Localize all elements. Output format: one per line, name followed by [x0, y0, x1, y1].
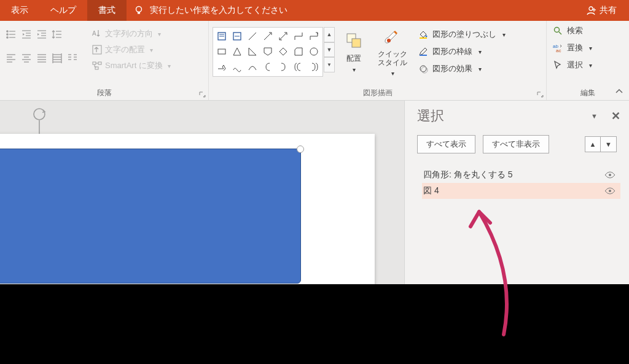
svg-rect-65: [420, 37, 427, 39]
tell-me-placeholder: 実行したい作業を入力してください: [150, 5, 287, 16]
arrange-button[interactable]: 配置▾: [338, 27, 369, 77]
arrange-icon: [343, 30, 364, 51]
replace-button[interactable]: abac 置換▾: [550, 42, 594, 54]
svg-point-10: [7, 37, 8, 38]
tab-format[interactable]: 書式: [87, 0, 127, 21]
svg-point-64: [426, 36, 428, 37]
svg-line-70: [559, 32, 561, 34]
collapse-ribbon-icon[interactable]: [614, 87, 624, 96]
svg-rect-47: [93, 45, 101, 54]
selection-pane-title: 選択: [417, 107, 444, 125]
svg-point-67: [420, 66, 426, 72]
gallery-up-button[interactable]: ▲: [324, 27, 335, 42]
workspace: 選択 ▼ ✕ すべて表示 すべて非表示 ▲ ▼ 四角形: 角を丸くする 5 図 …: [0, 101, 629, 284]
svg-rect-1: [138, 12, 140, 14]
hide-all-button[interactable]: すべて非表示: [483, 135, 549, 153]
move-down-button[interactable]: ▼: [601, 136, 617, 152]
selection-pane: 選択 ▼ ✕ すべて表示 すべて非表示 ▲ ▼ 四角形: 角を丸くする 5 図 …: [404, 101, 629, 284]
smartart-icon: [92, 60, 103, 71]
title-bar: 表示 ヘルプ 書式 実行したい作業を入力してください 共有: [0, 0, 629, 21]
shape-fill-button[interactable]: 図形の塗りつぶし▾: [416, 28, 507, 41]
svg-point-60: [310, 48, 318, 55]
svg-point-69: [555, 28, 560, 33]
svg-line-56: [249, 33, 256, 40]
selection-item[interactable]: 四角形: 角を丸くする 5: [422, 167, 620, 183]
svg-point-0: [136, 7, 142, 12]
lightbulb-icon: [134, 6, 144, 15]
replace-icon: abac: [553, 43, 563, 53]
svg-rect-49: [98, 62, 101, 64]
svg-rect-59: [218, 49, 225, 54]
svg-point-76: [609, 190, 611, 192]
selection-item-label: 四角形: 角を丸くする 5: [423, 169, 512, 180]
selected-rounded-rectangle[interactable]: [0, 149, 301, 284]
pane-close-button[interactable]: ✕: [611, 109, 620, 123]
line-spacing-button[interactable]: [50, 27, 64, 42]
svg-point-8: [7, 31, 8, 32]
share-button[interactable]: 共有: [586, 5, 617, 16]
tell-me-search[interactable]: 実行したい作業を入力してください: [134, 5, 287, 16]
svg-point-9: [7, 34, 8, 35]
search-icon: [553, 26, 563, 36]
shape-outline-button[interactable]: 図形の枠線▾: [416, 45, 507, 58]
quick-styles-button[interactable]: クイック スタイル▾: [373, 27, 412, 77]
person-icon: [586, 6, 596, 15]
svg-rect-66: [420, 55, 427, 56]
resize-handle[interactable]: [297, 145, 304, 153]
distributed-button[interactable]: [50, 50, 64, 65]
share-label: 共有: [600, 5, 617, 16]
svg-text:ac: ac: [556, 48, 561, 53]
shape-effects-button[interactable]: 図形の効果▾: [416, 63, 507, 75]
text-direction-icon: A: [92, 28, 103, 39]
brush-icon: [382, 27, 403, 48]
tab-help[interactable]: ヘルプ: [39, 0, 87, 21]
svg-point-68: [421, 67, 428, 73]
svg-rect-62: [352, 39, 361, 47]
gallery-down-button[interactable]: ▼: [324, 42, 335, 58]
text-align-button[interactable]: 文字の配置▾: [90, 43, 173, 56]
convert-smartart-button[interactable]: SmartArt に変換▾: [90, 59, 173, 72]
svg-rect-48: [93, 62, 96, 64]
ribbon: A 文字列の方向▾ 文字の配置▾ SmartArt に変換▾ 段落: [0, 21, 629, 101]
group-label-paragraph: 段落: [4, 86, 205, 99]
indent-decrease-button[interactable]: [19, 27, 34, 42]
tab-view[interactable]: 表示: [0, 0, 39, 21]
svg-line-57: [264, 33, 272, 40]
shapes-gallery[interactable]: [213, 27, 323, 77]
dialog-launcher-icon[interactable]: [198, 91, 206, 98]
selection-list: 四角形: 角を丸くする 5 図 4: [405, 160, 629, 199]
bullets-button[interactable]: [4, 27, 18, 42]
find-button[interactable]: 検索: [550, 25, 594, 37]
select-button[interactable]: 選択▾: [550, 59, 594, 71]
svg-point-75: [609, 174, 611, 176]
selection-item-label: 図 4: [423, 185, 439, 196]
gallery-more-button[interactable]: ▼: [324, 57, 335, 72]
eye-icon[interactable]: [604, 187, 617, 195]
columns-button[interactable]: [65, 50, 80, 65]
move-up-button[interactable]: ▲: [585, 136, 601, 152]
eye-icon[interactable]: [604, 171, 617, 179]
effects-icon: [418, 64, 428, 74]
pen-outline-icon: [418, 47, 428, 56]
text-align-icon: [92, 44, 103, 55]
slide-canvas[interactable]: [0, 101, 404, 284]
text-direction-button[interactable]: A 文字列の方向▾: [90, 27, 173, 41]
dialog-launcher-icon[interactable]: [536, 91, 544, 98]
svg-point-63: [387, 39, 391, 42]
align-justify-button[interactable]: [34, 50, 49, 65]
svg-text:A: A: [92, 30, 96, 37]
pane-options-button[interactable]: ▼: [591, 112, 598, 120]
selection-item[interactable]: 図 4: [422, 183, 620, 199]
svg-rect-50: [95, 67, 98, 69]
show-all-button[interactable]: すべて表示: [417, 135, 475, 153]
indent-increase-button[interactable]: [34, 27, 49, 42]
align-left-button[interactable]: [4, 50, 18, 65]
svg-line-58: [279, 33, 287, 40]
cursor-icon: [553, 60, 563, 70]
group-label-drawing: 図形描画: [213, 86, 542, 99]
rotate-handle-icon[interactable]: [31, 107, 48, 135]
paint-bucket-icon: [418, 29, 428, 39]
align-center-button[interactable]: [19, 50, 34, 65]
